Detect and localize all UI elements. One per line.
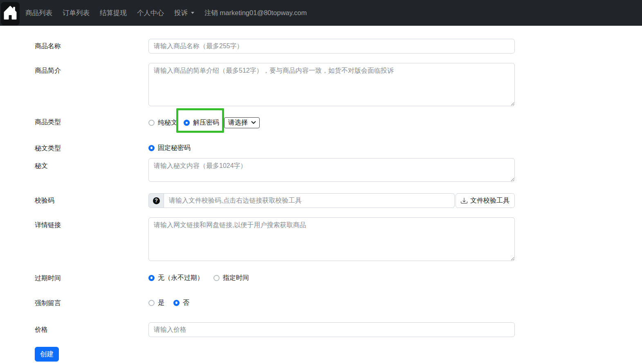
- checksum-label: 校验码: [35, 197, 54, 204]
- download-icon: [461, 197, 467, 204]
- row-secret-content: 秘文: [35, 158, 642, 183]
- product-type-label: 商品类型: [35, 118, 61, 125]
- radio-icon-unzip-password[interactable]: [184, 120, 190, 126]
- row-detail-link: 详情链接: [35, 217, 642, 263]
- product-intro-label: 商品简介: [35, 67, 61, 74]
- detail-link-textarea[interactable]: [148, 217, 515, 261]
- nav-item-order-list[interactable]: 订单列表: [63, 9, 90, 18]
- house-icon: [2, 5, 18, 22]
- radio-icon-no[interactable]: [173, 300, 180, 306]
- secret-type-label: 秘文类型: [35, 145, 61, 152]
- product-name-label: 商品名称: [35, 42, 61, 49]
- row-checksum: 校验码 ? 文件校验工具: [35, 193, 642, 208]
- radio-icon-pure-secret[interactable]: [148, 120, 155, 126]
- radio-option-pure-secret[interactable]: 纯秘文: [148, 118, 177, 127]
- radio-option-fixed-password[interactable]: 固定秘密码: [148, 144, 191, 152]
- checksum-input[interactable]: [164, 193, 455, 208]
- radio-label-yes: 是: [158, 299, 164, 307]
- row-product-intro: 商品简介: [35, 63, 642, 108]
- radio-option-yes[interactable]: 是: [148, 299, 164, 307]
- secret-content-label: 秘文: [35, 162, 48, 169]
- nav-menu: 商品列表 订单列表 结算提现 个人中心 投诉 注销 marketing01@80…: [25, 9, 307, 18]
- nav-item-logout[interactable]: 注销 marketing01@80topway.com: [204, 9, 307, 18]
- radio-icon-never-expire[interactable]: [148, 275, 155, 281]
- navbar: 商品列表 订单列表 结算提现 个人中心 投诉 注销 marketing01@80…: [0, 0, 642, 26]
- secret-content-textarea[interactable]: [148, 158, 515, 182]
- type-select-value: 请选择: [228, 118, 248, 127]
- price-input[interactable]: [148, 322, 515, 337]
- radio-icon-fixed-password[interactable]: [148, 145, 155, 151]
- row-product-type: 商品类型 纯秘文 解压密码 请选择: [35, 117, 642, 128]
- nav-item-product-list[interactable]: 商品列表: [25, 9, 52, 18]
- file-verify-tool-button[interactable]: 文件校验工具: [456, 193, 515, 208]
- product-intro-textarea[interactable]: [148, 63, 515, 106]
- question-circle-icon: ?: [153, 197, 160, 204]
- product-name-input[interactable]: [148, 39, 515, 54]
- radio-label-specified-time: 指定时间: [223, 274, 249, 282]
- row-force-message: 强制留言 是 否: [35, 298, 642, 308]
- radio-label-fixed-password: 固定秘密码: [158, 144, 191, 152]
- radio-icon-yes[interactable]: [148, 300, 155, 306]
- row-secret-type: 秘文类型 固定秘密码: [35, 143, 642, 153]
- radio-option-specified-time[interactable]: 指定时间: [213, 274, 249, 282]
- expire-time-label: 过期时间: [35, 275, 61, 281]
- detail-link-label: 详情链接: [35, 221, 61, 228]
- radio-option-unzip-password[interactable]: 解压密码: [184, 118, 219, 127]
- create-button[interactable]: 创建: [35, 347, 59, 362]
- home-button[interactable]: [1, 2, 20, 25]
- radio-option-no[interactable]: 否: [173, 299, 189, 307]
- create-product-form: 商品名称 商品简介 商品类型 纯秘文 解压密码 请选择: [0, 26, 642, 364]
- radio-label-unzip-password: 解压密码: [193, 118, 219, 127]
- radio-label-never-expire: 无（永不过期）: [158, 274, 204, 282]
- type-select[interactable]: 请选择: [224, 117, 260, 128]
- radio-label-pure-secret: 纯秘文: [158, 118, 177, 127]
- force-message-label: 强制留言: [35, 299, 61, 306]
- row-product-name: 商品名称: [35, 39, 642, 54]
- radio-label-no: 否: [183, 299, 189, 307]
- caret-down-icon: [191, 12, 194, 14]
- radio-icon-specified-time[interactable]: [213, 275, 220, 281]
- row-expire-time: 过期时间 无（永不过期） 指定时间: [35, 273, 642, 283]
- radio-option-never-expire[interactable]: 无（永不过期）: [148, 274, 204, 282]
- checksum-help-addon: ?: [148, 193, 164, 208]
- chevron-down-icon: [251, 121, 256, 124]
- nav-item-settlement[interactable]: 结算提现: [100, 9, 127, 18]
- file-verify-tool-label: 文件校验工具: [470, 197, 510, 205]
- price-label: 价格: [35, 326, 48, 333]
- nav-item-complaint-dropdown[interactable]: 投诉: [174, 9, 194, 18]
- nav-item-personal-center[interactable]: 个人中心: [137, 9, 164, 18]
- nav-item-complaint-label: 投诉: [174, 9, 188, 18]
- row-price: 价格: [35, 322, 642, 337]
